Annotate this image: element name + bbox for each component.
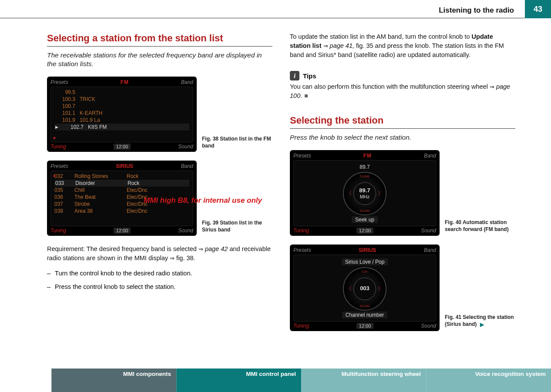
nav-tab-multifunction-wheel[interactable]: Multifunction steering wheel — [301, 369, 426, 392]
figure-41: Presets SIRIUS Band Sirius Love / Pop CH… — [290, 245, 515, 331]
fig38-caption: Fig. 38 Station list in the FM band — [202, 136, 272, 152]
mmi-tuning-label: Tuning — [50, 144, 66, 150]
current-station: Sirius Love / Pop — [342, 258, 388, 265]
mmi-band-corner: Band — [424, 247, 436, 253]
page-header: Listening to the radio 43 — [0, 0, 551, 18]
mmi-screen-fm-seek: Presets FM Band 89.7 TUNE 《 89.7 MHz — [290, 150, 440, 236]
intro-text: The receivable stations for the selected… — [47, 51, 272, 69]
heading-rule — [290, 128, 515, 129]
fig40-caption: Fig. 40 Automatic station search forward… — [445, 219, 515, 235]
mmi-clock: 12:00 — [356, 228, 374, 234]
figure-38: Presets FM Band 99.5 100.3TRICK 100.7 10… — [47, 77, 272, 152]
mmi-clock: 12:00 — [356, 323, 374, 329]
page-number: 43 — [525, 0, 551, 18]
mmi-tuning-label: Tuning — [293, 228, 309, 234]
end-block-icon — [305, 94, 308, 97]
scroll-down-icon: ▼ — [52, 136, 57, 141]
mmi-presets-label: Presets — [50, 163, 68, 169]
mmi-screen-sirius-list: Presets SIRIUS Band 032Rolling StonesRoc… — [47, 161, 197, 236]
mmi-presets-label: Presets — [293, 153, 311, 159]
seek-right-icon: 》 — [378, 190, 383, 197]
continuation-arrow-icon: ▶ — [480, 322, 484, 328]
tips-label: Tips — [303, 72, 316, 80]
seek-left-icon: 《 — [346, 190, 352, 197]
mmi-band-corner: Band — [181, 79, 193, 85]
left-column: Selecting a station from the station lis… — [47, 32, 272, 331]
seek-label: Seek up — [352, 216, 378, 223]
mmi-screen-fm-list: Presets FM Band 99.5 100.3TRICK 100.7 10… — [47, 77, 197, 152]
mmi-sound-label: Sound — [178, 228, 193, 234]
mmi-band-label: SIRIUS — [116, 163, 133, 169]
mmi-tuning-label: Tuning — [50, 228, 66, 234]
mmi-sound-label: Sound — [421, 323, 436, 329]
tuning-dial: TUNE 《 89.7 MHz 》 SCAN — [343, 172, 386, 215]
mmi-band-label: FM — [121, 79, 129, 85]
seek-left-icon: 《 — [346, 285, 352, 292]
channel-dial: CH 《 003 》 SCAN — [343, 267, 386, 311]
nav-tab-mmi-components[interactable]: MMI components — [51, 369, 176, 392]
mmi-screen-sirius-select: Presets SIRIUS Band Sirius Love / Pop CH… — [290, 245, 440, 331]
current-freq: 89.7 — [359, 164, 370, 170]
mmi-tuning-label: Tuning — [293, 323, 309, 329]
tips-text: You can also perform this function with … — [290, 82, 515, 101]
figure-40: Presets FM Band 89.7 TUNE 《 89.7 MHz — [290, 150, 515, 236]
mmi-band-label: FM — [363, 153, 372, 159]
mmi-sound-label: Sound — [178, 144, 193, 150]
footer-nav: MMI components MMI control panel Multifu… — [0, 369, 551, 392]
figure-39: Presets SIRIUS Band 032Rolling StonesRoc… — [47, 161, 272, 236]
header-title: Listening to the radio — [439, 6, 514, 15]
mmi-clock: 12:00 — [114, 228, 131, 234]
seek-right-icon: 》 — [378, 285, 383, 292]
content-area: Selecting a station from the station lis… — [47, 32, 525, 331]
mmi-clock: 12:00 — [114, 144, 131, 150]
scroll-up-icon: ▲ — [52, 173, 57, 178]
step-1: – Turn the control knob to the desired r… — [47, 269, 272, 278]
right-column: To update the station list in the AM ban… — [290, 32, 515, 331]
channel-number-label: Channel number — [342, 312, 388, 318]
mmi-band-corner: Band — [181, 163, 193, 169]
info-icon: i — [290, 71, 299, 80]
fig39-caption: Fig. 39 Station list in the Sirius band — [202, 220, 272, 236]
nav-tab-mmi-control-panel[interactable]: MMI control panel — [176, 369, 301, 392]
section-heading-station-list: Selecting a station from the station lis… — [47, 32, 272, 44]
mmi-presets-label: Presets — [293, 247, 311, 253]
heading-rule — [47, 46, 272, 47]
step-2: – Press the control knob to select the s… — [47, 282, 272, 291]
mmi-sound-label: Sound — [421, 228, 436, 234]
fig41-caption: Fig. 41 Selecting the station (Sirius ba… — [445, 314, 515, 331]
mmi-band-label: SIRIUS — [359, 247, 376, 253]
intro-text-2: Press the knob to select the next statio… — [290, 133, 515, 142]
nav-tab-voice-recognition[interactable]: Voice recognition system — [426, 369, 551, 392]
mmi-band-corner: Band — [424, 153, 436, 159]
update-list-paragraph: To update the station list in the AM ban… — [290, 32, 515, 60]
section-heading-selecting-station: Selecting the station — [290, 114, 515, 127]
tips-header: i Tips — [290, 71, 515, 80]
requirement-text: Requirement: The desired frequency band … — [47, 245, 272, 263]
mmi-presets-label: Presets — [50, 79, 68, 85]
